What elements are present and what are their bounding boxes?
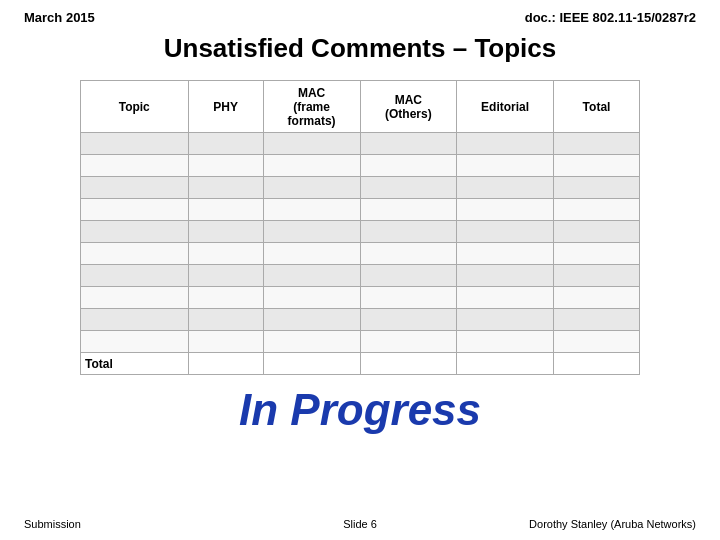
comments-table: Topic PHY MAC(frameformats) MAC(Others) … (80, 80, 640, 375)
table-cell (263, 177, 360, 199)
col-header-mac-frame: MAC(frameformats) (263, 81, 360, 133)
table-cell (360, 221, 457, 243)
table-row (81, 287, 640, 309)
table-cell (457, 287, 554, 309)
table-row (81, 243, 640, 265)
table-cell (554, 309, 640, 331)
table-cell (457, 221, 554, 243)
footer: Submission Slide 6 Dorothy Stanley (Arub… (24, 518, 696, 530)
table-cell (188, 265, 263, 287)
table-cell (554, 265, 640, 287)
header-left: March 2015 (24, 10, 95, 25)
table-cell (457, 265, 554, 287)
table-cell (360, 133, 457, 155)
table-total-row: Total (81, 353, 640, 375)
table-cell (81, 243, 189, 265)
total-cell: Total (81, 353, 189, 375)
in-progress-watermark: In Progress (0, 385, 720, 435)
table-row (81, 265, 640, 287)
table-cell (81, 177, 189, 199)
total-cell (263, 353, 360, 375)
table-cell (188, 199, 263, 221)
table-cell (263, 221, 360, 243)
table-cell (554, 155, 640, 177)
table-cell (81, 265, 189, 287)
table-row (81, 155, 640, 177)
table-cell (81, 287, 189, 309)
table-cell (263, 331, 360, 353)
table-cell (457, 331, 554, 353)
table-cell (263, 265, 360, 287)
table-cell (360, 331, 457, 353)
col-header-total: Total (554, 81, 640, 133)
col-header-mac-others: MAC(Others) (360, 81, 457, 133)
table-cell (457, 155, 554, 177)
table-cell (263, 243, 360, 265)
table-header-row: Topic PHY MAC(frameformats) MAC(Others) … (81, 81, 640, 133)
footer-submission: Submission (24, 518, 81, 530)
table-cell (360, 309, 457, 331)
col-header-phy: PHY (188, 81, 263, 133)
table-cell (188, 133, 263, 155)
table-row (81, 177, 640, 199)
table-cell (360, 177, 457, 199)
table-cell (360, 265, 457, 287)
table-cell (263, 287, 360, 309)
table-cell (188, 177, 263, 199)
table-cell (263, 155, 360, 177)
table-cell (188, 155, 263, 177)
table-cell (81, 133, 189, 155)
table-cell (554, 287, 640, 309)
page-title: Unsatisfied Comments – Topics (0, 33, 720, 64)
table-row (81, 309, 640, 331)
table-row (81, 221, 640, 243)
table-row (81, 199, 640, 221)
footer-author: Dorothy Stanley (Aruba Networks) (529, 518, 696, 530)
total-cell (188, 353, 263, 375)
table-cell (81, 309, 189, 331)
table-cell (554, 221, 640, 243)
table-cell (457, 133, 554, 155)
table-cell (457, 199, 554, 221)
table-cell (457, 243, 554, 265)
col-header-editorial: Editorial (457, 81, 554, 133)
table-cell (554, 133, 640, 155)
table-cell (554, 177, 640, 199)
table-cell (81, 221, 189, 243)
table-cell (81, 199, 189, 221)
table-cell (188, 243, 263, 265)
total-cell (360, 353, 457, 375)
table-cell (188, 309, 263, 331)
total-cell (554, 353, 640, 375)
table-cell (188, 287, 263, 309)
table-cell (188, 221, 263, 243)
table-cell (263, 133, 360, 155)
table-cell (188, 331, 263, 353)
table-cell (360, 199, 457, 221)
header-right: doc.: IEEE 802.11-15/0287r2 (525, 10, 696, 25)
table-row (81, 133, 640, 155)
table-cell (81, 331, 189, 353)
table-cell (360, 155, 457, 177)
table-row (81, 331, 640, 353)
table-cell (360, 243, 457, 265)
table-cell (81, 155, 189, 177)
col-header-topic: Topic (81, 81, 189, 133)
table-cell (263, 309, 360, 331)
total-cell (457, 353, 554, 375)
table-cell (554, 199, 640, 221)
table-cell (263, 199, 360, 221)
table-cell (554, 243, 640, 265)
main-table-container: Topic PHY MAC(frameformats) MAC(Others) … (0, 80, 720, 375)
table-cell (554, 331, 640, 353)
footer-slide: Slide 6 (343, 518, 377, 530)
table-cell (457, 177, 554, 199)
table-cell (360, 287, 457, 309)
table-cell (457, 309, 554, 331)
